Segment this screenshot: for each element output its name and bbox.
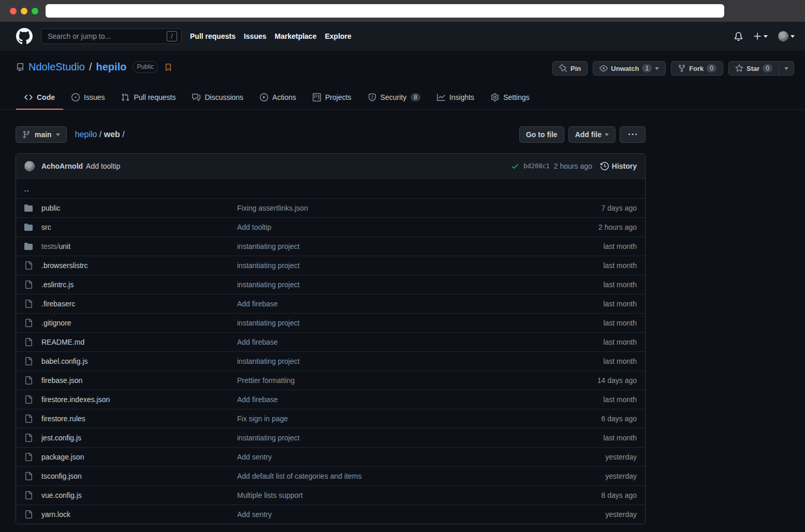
add-file-button[interactable]: Add file	[568, 126, 616, 143]
file-link[interactable]: README.md	[41, 338, 84, 346]
row-commit-message-link[interactable]: Add tooltip	[237, 223, 271, 231]
project-icon	[313, 93, 321, 101]
nav-pull-requests[interactable]: Pull requests	[190, 32, 236, 40]
check-icon[interactable]	[511, 162, 519, 170]
commit-author-avatar[interactable]	[24, 161, 35, 171]
commit-sha-link[interactable]: bd208c1	[523, 162, 550, 170]
file-link[interactable]: tsconfig.json	[41, 472, 82, 480]
file-icon	[24, 453, 33, 461]
tab-settings[interactable]: Settings	[482, 85, 538, 110]
row-commit-date: 14 days ago	[569, 376, 637, 385]
table-row: README.md Add firebase last month	[16, 332, 645, 351]
row-commit-message-link[interactable]: Fixing assertlinks.json	[237, 204, 308, 212]
row-commit-message-link[interactable]: instantiating project	[237, 357, 300, 365]
history-link[interactable]: History	[601, 162, 637, 170]
repo-owner-link[interactable]: NdoleStudio	[28, 61, 85, 73]
row-commit-message-link[interactable]: Add firebase	[237, 395, 278, 404]
nav-explore[interactable]: Explore	[325, 32, 351, 40]
parent-directory-row: ..	[16, 179, 645, 198]
tab-insights[interactable]: Insights	[429, 85, 482, 110]
gear-icon	[491, 93, 499, 101]
row-commit-message-link[interactable]: Add firebase	[237, 338, 278, 346]
file-link[interactable]: .firebaserc	[41, 300, 75, 308]
file-link[interactable]: yarn.lock	[41, 510, 70, 519]
commit-author-link[interactable]: AchoArnold	[41, 162, 83, 170]
file-icon	[24, 376, 33, 385]
file-rows: public Fixing assertlinks.json 7 days ag…	[16, 198, 645, 524]
security-count-badge: 8	[411, 93, 420, 101]
file-link[interactable]: jest.config.js	[41, 434, 81, 442]
zoom-window-button[interactable]	[32, 8, 38, 14]
table-row: public Fixing assertlinks.json 7 days ag…	[16, 198, 645, 217]
tab-discussions[interactable]: Discussions	[184, 85, 252, 110]
table-row: tests/unit instantiating project last mo…	[16, 237, 645, 256]
github-logo-icon[interactable]	[16, 28, 33, 45]
row-commit-message-link[interactable]: Fix sign in page	[237, 415, 288, 423]
nav-issues[interactable]: Issues	[244, 32, 267, 40]
row-commit-message-link[interactable]: instantiating project	[237, 434, 300, 442]
history-icon	[601, 162, 609, 170]
address-bar[interactable]	[46, 4, 724, 18]
repo-name-link[interactable]: hepilo	[96, 61, 127, 73]
header-actions	[734, 31, 795, 41]
browser-chrome	[0, 0, 805, 22]
tab-security[interactable]: Security8	[360, 85, 429, 110]
tab-code[interactable]: Code	[16, 85, 63, 110]
row-commit-message-link[interactable]: Add firebase	[237, 300, 278, 308]
star-dropdown-button[interactable]	[779, 61, 794, 76]
row-commit-message-link[interactable]: instantiating project	[237, 242, 300, 250]
file-link[interactable]: unit	[58, 242, 70, 250]
tab-projects[interactable]: Projects	[304, 85, 360, 110]
table-row: src Add tooltip 2 hours ago	[16, 217, 645, 237]
more-options-button[interactable]	[620, 126, 646, 143]
row-commit-message-link[interactable]: Multiple lists support	[237, 491, 303, 499]
search-input[interactable]	[48, 32, 167, 40]
file-link[interactable]: src	[41, 223, 51, 231]
fork-button[interactable]: Fork 0	[671, 61, 723, 76]
user-menu-button[interactable]	[778, 31, 795, 41]
file-link[interactable]: package.json	[41, 453, 84, 461]
minimize-window-button[interactable]	[21, 8, 27, 14]
git-pull-request-icon	[121, 93, 129, 101]
file-link[interactable]: babel.config.js	[41, 357, 88, 365]
row-commit-date: 2 hours ago	[569, 223, 637, 231]
file-link[interactable]: public	[41, 204, 61, 212]
file-link[interactable]: firestore.rules	[41, 415, 85, 423]
fork-count: 0	[707, 64, 716, 72]
bookmark-icon[interactable]	[164, 63, 172, 71]
go-to-file-button[interactable]: Go to file	[519, 126, 564, 143]
tab-pull-requests[interactable]: Pull requests	[113, 85, 184, 110]
row-commit-message-link[interactable]: Add default list of categories and items	[237, 472, 361, 480]
pin-button[interactable]: Pin	[552, 61, 588, 76]
file-link[interactable]: vue.config.js	[41, 491, 82, 499]
tab-actions[interactable]: Actions	[252, 85, 304, 110]
notifications-bell-icon[interactable]	[734, 32, 743, 41]
tab-issues[interactable]: Issues	[63, 85, 113, 110]
file-table: AchoArnold Add tooltip bd208c1 2 hours a…	[16, 153, 646, 524]
file-link-prefix[interactable]: tests/	[41, 242, 58, 250]
file-link[interactable]: .browserslistrc	[41, 261, 87, 270]
row-commit-message-link[interactable]: Add sentry	[237, 453, 272, 461]
file-link[interactable]: .eslintrc.js	[41, 280, 74, 289]
row-commit-message-link[interactable]: Prettier formatting	[237, 376, 295, 385]
file-link[interactable]: firebase.json	[41, 376, 82, 385]
close-window-button[interactable]	[10, 8, 17, 14]
file-link[interactable]: .gitignore	[41, 319, 71, 327]
create-new-button[interactable]	[753, 32, 768, 40]
nav-marketplace[interactable]: Marketplace	[275, 32, 317, 40]
repo-title: NdoleStudio / hepilo Public	[16, 61, 172, 73]
row-commit-message-link[interactable]: instantiating project	[237, 280, 300, 289]
repo-title-separator: /	[89, 61, 92, 73]
parent-directory-link[interactable]: ..	[24, 185, 30, 193]
row-commit-message-link[interactable]: instantiating project	[237, 261, 300, 270]
branch-selector-button[interactable]: main	[16, 126, 67, 143]
breadcrumb-repo-link[interactable]: hepilo	[75, 130, 97, 139]
row-commit-message-link[interactable]: Add sentry	[237, 510, 272, 519]
star-button[interactable]: Star 0	[728, 61, 779, 76]
commit-message-link[interactable]: Add tooltip	[86, 162, 120, 170]
star-icon	[735, 64, 743, 72]
unwatch-button[interactable]: Unwatch 1	[593, 61, 666, 76]
search-box[interactable]: /	[41, 28, 182, 44]
row-commit-message-link[interactable]: instantiating project	[237, 319, 300, 327]
file-link[interactable]: firestore.indexes.json	[41, 395, 110, 404]
